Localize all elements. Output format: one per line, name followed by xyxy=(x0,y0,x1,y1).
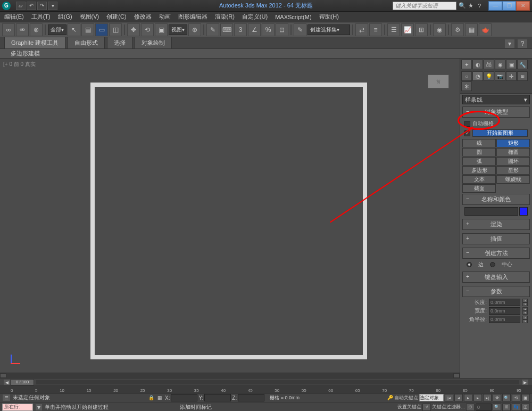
view-cube[interactable]: 前 xyxy=(428,75,449,88)
name-color-header[interactable]: 名称和颜色 xyxy=(462,194,530,205)
time-slider-right-icon[interactable]: ▸ xyxy=(521,379,529,385)
selection-filter[interactable]: 全部 ▾ xyxy=(48,24,66,35)
cp-sub-shapes-icon[interactable]: ◔ xyxy=(472,71,483,81)
bind-icon[interactable]: ⊗ xyxy=(30,23,43,36)
menu-view[interactable]: 视图(V) xyxy=(80,13,99,21)
menu-animation[interactable]: 动画 xyxy=(159,13,171,21)
ribbon-min-icon[interactable]: ▾ xyxy=(504,39,515,48)
snap-toggle-icon[interactable]: 3 xyxy=(234,23,247,36)
percent-snap-icon[interactable]: % xyxy=(262,23,275,36)
radio-edge[interactable] xyxy=(467,262,472,267)
close-button[interactable]: ✕ xyxy=(516,1,530,11)
coord-system[interactable]: 视图 ▾ xyxy=(169,24,187,35)
select-icon[interactable]: ↖ xyxy=(68,23,80,36)
time-slider-track[interactable] xyxy=(36,380,519,384)
scale-icon[interactable]: ▣ xyxy=(155,23,168,36)
ribbon-panel[interactable]: 多边形建模 xyxy=(0,49,532,59)
app-icon[interactable]: G xyxy=(2,2,11,10)
auto-key-button[interactable]: 自动关键点 xyxy=(394,394,418,401)
shape-category-dropdown[interactable]: 样条线▾ xyxy=(462,95,530,104)
keyboard-icon[interactable]: ⌨ xyxy=(220,23,233,36)
window-crossing-icon[interactable]: ◫ xyxy=(109,23,122,36)
link-icon[interactable]: ∞ xyxy=(2,23,15,36)
btn-donut[interactable]: 圆环 xyxy=(496,157,530,166)
rotate-icon[interactable]: ⟲ xyxy=(141,23,154,36)
nav-zoom-icon[interactable]: 🔍 xyxy=(502,394,511,401)
menu-graph[interactable]: 图形编辑器 xyxy=(178,13,207,21)
btn-section[interactable]: 截面 xyxy=(462,184,496,193)
coord-z[interactable] xyxy=(238,394,264,401)
redo-icon[interactable]: ↷ xyxy=(37,2,47,10)
corner-spinner[interactable]: 0.0mm xyxy=(489,316,520,323)
set-key-button[interactable]: 设置关键点 xyxy=(397,404,421,410)
tab-graphite[interactable]: Graphite 建模工具 xyxy=(4,37,65,48)
cp-tab-motion-icon[interactable]: ◉ xyxy=(495,60,505,69)
material-editor-icon[interactable]: ◉ xyxy=(433,23,446,36)
nav-max-icon[interactable]: ▣ xyxy=(521,394,530,401)
search-input[interactable] xyxy=(393,2,456,10)
frame-input[interactable] xyxy=(476,404,492,411)
btn-helix[interactable]: 螺旋线 xyxy=(496,175,530,184)
create-method-header[interactable]: 创建方法 xyxy=(462,248,530,259)
cp-tab-utilities-icon[interactable]: 🔧 xyxy=(517,60,528,69)
play-start-icon[interactable]: |◂ xyxy=(445,394,453,401)
btn-circle[interactable]: 圆 xyxy=(462,148,496,157)
add-marker-button[interactable]: 添加时间标记 xyxy=(180,404,212,411)
btn-rectangle[interactable]: 矩形 xyxy=(496,139,530,147)
menu-create[interactable]: 创建(C) xyxy=(106,13,126,21)
selset-lock-icon[interactable]: ▾ xyxy=(35,404,43,411)
schematic-icon[interactable]: ⊞ xyxy=(415,23,428,36)
select-region-icon[interactable]: ▭ xyxy=(95,23,108,36)
cp-sub-systems-icon[interactable]: ✻ xyxy=(461,81,472,91)
cp-sub-helpers-icon[interactable]: ✢ xyxy=(506,71,517,81)
menu-help[interactable]: 帮助(H) xyxy=(319,13,339,21)
search-icon[interactable]: 🔍 xyxy=(459,2,466,10)
help-icon[interactable]: ? xyxy=(476,2,483,10)
cp-tab-create-icon[interactable]: ✦ xyxy=(461,60,472,69)
menu-tools[interactable]: 工具(T) xyxy=(31,13,51,21)
viewport-label[interactable]: [+ 0 前 0 真实 xyxy=(3,61,36,68)
qat-more-icon[interactable]: ▾ xyxy=(48,2,57,10)
unlink-icon[interactable]: ⚮ xyxy=(16,23,29,36)
tab-selection[interactable]: 选择 xyxy=(107,37,132,48)
time-slider-left-icon[interactable]: ◂ xyxy=(3,379,11,385)
object-name-input[interactable] xyxy=(464,207,518,216)
named-sel-set[interactable]: 创建选择集 ▾ xyxy=(307,24,350,35)
mirror-icon[interactable]: ⇄ xyxy=(355,23,368,36)
start-new-checkbox[interactable]: ✓ xyxy=(464,130,470,136)
restore-button[interactable]: ❐ xyxy=(502,1,516,11)
edit-named-sel-icon[interactable]: ✎ xyxy=(294,23,306,36)
ribbon-help-icon[interactable]: ? xyxy=(517,39,528,48)
cp-sub-cameras-icon[interactable]: 📷 xyxy=(495,71,505,81)
key-filter-button[interactable]: 关键点过滤器... xyxy=(432,404,465,410)
menu-edit[interactable]: 编辑(E) xyxy=(4,13,24,21)
play-icon[interactable]: ▸ xyxy=(464,394,472,401)
mini-listener-icon[interactable]: ≡ xyxy=(2,394,11,401)
rectangle-shape[interactable] xyxy=(90,83,367,359)
cp-sub-geometry-icon[interactable]: ○ xyxy=(461,71,472,81)
cp-tab-modify-icon[interactable]: ◐ xyxy=(472,60,483,69)
menu-group[interactable]: 组(G) xyxy=(58,13,72,21)
width-spinner[interactable]: 0.0mm xyxy=(489,307,520,315)
nav-zoom2-icon[interactable]: 🔍 xyxy=(493,404,501,411)
sel-lock-icon[interactable]: ▦ xyxy=(156,394,163,401)
key-icon[interactable]: 🔑 xyxy=(387,394,393,401)
autogrid-checkbox[interactable] xyxy=(464,121,470,127)
object-color-swatch[interactable] xyxy=(519,207,528,216)
pivot-icon[interactable]: ⊕ xyxy=(188,23,201,36)
menu-maxscript[interactable]: MAXScript(M) xyxy=(275,14,311,20)
tab-paint[interactable]: 对象绘制 xyxy=(135,37,172,48)
nav-pan-icon[interactable]: ✥ xyxy=(493,394,501,401)
coord-x[interactable] xyxy=(171,394,197,401)
viewport-scrollbar-h[interactable] xyxy=(0,373,460,378)
cp-sub-lights-icon[interactable]: 💡 xyxy=(484,71,494,81)
lock-icon[interactable]: 🔒 xyxy=(148,394,154,401)
curve-editor-icon[interactable]: 📈 xyxy=(401,23,414,36)
cp-tab-hierarchy-icon[interactable]: 品 xyxy=(484,60,494,69)
time-slider-handle[interactable]: 0 / 100 xyxy=(11,379,34,385)
play-next-icon[interactable]: ▸ xyxy=(473,394,482,401)
nav-walk-icon[interactable]: 👣 xyxy=(512,404,520,411)
render-setup-icon[interactable]: ⚙ xyxy=(451,23,464,36)
sel-set-input[interactable]: 所在行: xyxy=(2,404,33,411)
play-end-icon[interactable]: ▸| xyxy=(483,394,492,401)
